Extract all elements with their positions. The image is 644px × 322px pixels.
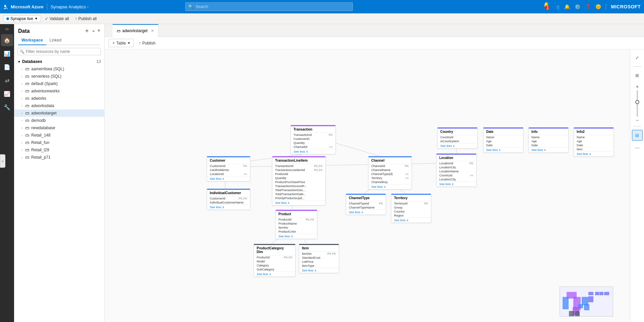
sidebar-header-actions: ＋ ⌄ « <box>84 27 100 34</box>
see-more-link[interactable]: See less ∧ <box>369 184 411 189</box>
erd-row: CountryIdFK <box>437 173 476 177</box>
tab-adworkstarget[interactable]: 🗃 adworkstarget ✕ <box>113 24 158 37</box>
erd-card-individualcustomer[interactable]: IndividualCustomer CustomerIdPK,FK Indiv… <box>207 188 250 210</box>
more-options-icon[interactable]: ⋯ <box>632 143 643 153</box>
erd-card-item[interactable]: Item ItemNoPK,FK StandardCost ListPrice … <box>299 244 339 273</box>
erd-row: IndividualCustomerName <box>207 200 250 205</box>
sidebar-item-aamerrllsea[interactable]: › 🗃 aamerrllsea (SQL) <box>14 65 104 73</box>
zoom-track[interactable] <box>637 90 638 117</box>
see-more-link[interactable]: See less ∧ <box>207 176 250 181</box>
see-more-link[interactable]: See less ∧ <box>574 151 614 156</box>
erd-row: ItemType <box>299 264 339 268</box>
see-more-link[interactable]: See less ∧ <box>272 200 325 205</box>
databases-section[interactable]: ▼ Databases 13 <box>14 58 104 65</box>
erd-row: LocationCity <box>437 177 476 181</box>
sidebar-item-serverless[interactable]: › 🗃 serverless (SQL) <box>14 73 104 80</box>
people-icon[interactable]: 👥 <box>554 4 560 9</box>
erd-card-transactionlineitem[interactable]: TransactionLineItem TransactionIdPK,FK T… <box>272 156 326 206</box>
tab-workspace[interactable]: Workspace <box>18 36 46 45</box>
see-more-link[interactable]: See less ∧ <box>291 149 335 154</box>
feedback-icon[interactable]: 😊 <box>595 4 601 9</box>
rail-integrate-icon[interactable]: ⇄ <box>1 74 13 86</box>
sidebar-item-adworksdata[interactable]: › 🗃 adworksdata <box>14 102 104 109</box>
erd-card-customer[interactable]: Customer CustomerIdPK CardHolderNo Locat… <box>207 156 250 181</box>
sidebar-item-retail148[interactable]: › 🗃 Retail_148 <box>14 132 104 139</box>
zoom-minus-icon[interactable]: － <box>635 117 640 123</box>
help-icon[interactable]: ❓ <box>585 4 591 9</box>
see-more-link[interactable]: See less ∧ <box>484 147 523 152</box>
validate-all-button[interactable]: ✓ Validate all <box>43 16 71 22</box>
search-bar[interactable]: 🔍 <box>185 2 353 11</box>
erd-card-channeltype[interactable]: ChannelType ChannelTypeIdPK ChannelTypeN… <box>346 193 386 215</box>
zoom-plus-icon[interactable]: ＋ <box>635 84 640 89</box>
erd-card-country[interactable]: Country CountryId IsCountryItem See less… <box>437 127 477 149</box>
erd-row: CustomerID <box>291 137 335 141</box>
see-more-link[interactable]: See less ∧ <box>254 271 295 276</box>
db-icon: 🗃 <box>25 96 29 101</box>
validate-all-label: Validate all <box>50 16 69 21</box>
erd-row: CustomerIdPK,FK <box>207 196 250 200</box>
sidebar-item-retaill29[interactable]: › 🗃 Retail_l29 <box>14 146 104 154</box>
sidebar-item-default[interactable]: › 🗃 default (Spark) <box>14 80 104 87</box>
erd-card-territory[interactable]: Territory TerritoryIdPK Group Country Re… <box>391 193 431 223</box>
mini-map[interactable] <box>560 287 613 317</box>
erd-card-info[interactable]: Info Name Age Date See less ∧ <box>528 127 569 153</box>
filter-input[interactable] <box>26 49 99 54</box>
see-more-link[interactable]: See less ∧ <box>529 147 568 152</box>
sidebar-item-retailfun[interactable]: › 🗃 Retail_fun <box>14 139 104 146</box>
erd-card-productcategorydim[interactable]: ProductCategoryDim ProductIdPK,FK Model … <box>254 244 296 277</box>
erd-card-date[interactable]: Date Name Age Date See less ∧ <box>483 127 523 153</box>
rail-home-icon[interactable]: 🏠 <box>1 34 13 46</box>
fit-view-icon[interactable]: ⊞ <box>632 70 643 81</box>
rail-monitor-icon[interactable]: 📈 <box>1 88 13 100</box>
sidebar-item-adworkstarget[interactable]: › 🗃 adworkstarget <box>14 109 104 117</box>
synapse-live-selector[interactable]: Synapse live ▼ <box>3 15 41 22</box>
see-more-link[interactable]: See less ∧ <box>207 205 250 210</box>
erd-card-transaction[interactable]: Transaction TransactionIdPK CustomerID Q… <box>291 125 336 154</box>
erd-card-product[interactable]: Product ProductIdPK,FK ProductName ItemN… <box>275 210 317 239</box>
see-more-link[interactable]: See less ∧ <box>391 218 431 223</box>
bell-icon[interactable]: 🔔 <box>564 4 570 9</box>
see-more-link[interactable]: See less ∧ <box>437 181 476 186</box>
tab-close-icon[interactable]: ✕ <box>151 28 154 33</box>
see-more-link[interactable]: See less ∧ <box>276 234 317 239</box>
sidebar-filter: 🔍 <box>17 48 101 55</box>
see-more-link[interactable]: See less ∧ <box>346 210 386 215</box>
gear-icon[interactable]: ⚙️ <box>575 4 580 9</box>
table-dropdown-button[interactable]: ＋ Table ▼ <box>109 39 134 47</box>
rp-separator-2 <box>633 126 641 127</box>
sidebar-tabs: Workspace Linked <box>18 36 100 45</box>
logo-divider <box>47 3 47 10</box>
sidebar-item-retailp71[interactable]: › 🗃 Retail_p71 <box>14 154 104 161</box>
erd-row: ChannelType(d)FK <box>369 172 411 176</box>
sidebar-item-adventureworks[interactable]: › 🗃 adventureworks <box>14 87 104 95</box>
see-more-link[interactable]: See less ∧ <box>299 268 339 273</box>
rail-collapse[interactable]: ≫ <box>5 27 9 31</box>
erd-row: IsCountryItem <box>438 139 477 143</box>
expand-canvas-icon[interactable]: ⤢ <box>632 52 643 63</box>
sidebar-item-newdatabase[interactable]: › 🗃 newdatabase <box>14 124 104 132</box>
erd-row: StandardCost <box>299 256 339 260</box>
erd-card-location[interactable]: Location LocationIdPK LocationCity Locat… <box>436 153 476 187</box>
grid-view-icon[interactable]: ⊟ <box>632 130 643 141</box>
sidebar-item-demodb[interactable]: › 🗃 demodb <box>14 117 104 124</box>
sidebar-item-adworks[interactable]: › 🗃 adworks <box>14 95 104 102</box>
rail-data-icon[interactable]: 📊 <box>1 48 13 60</box>
add-icon[interactable]: ＋ <box>84 27 89 34</box>
collapse-sidebar-icon[interactable]: « <box>98 27 100 34</box>
erd-canvas[interactable]: Transaction TransactionIdPK CustomerID Q… <box>105 50 630 322</box>
publish-all-button[interactable]: ↑ Publish all <box>73 16 99 22</box>
rail-develop-icon[interactable]: 📄 <box>1 61 13 73</box>
notification-icon[interactable]: 🔔 1 <box>543 2 549 12</box>
search-input[interactable] <box>195 4 350 9</box>
see-more-link[interactable]: See less ∧ <box>438 143 477 148</box>
tab-linked[interactable]: Linked <box>46 36 65 45</box>
zoom-thumb[interactable] <box>635 100 639 104</box>
notification-badge: 1 <box>545 5 550 10</box>
rail-manage-icon[interactable]: 🔧 <box>1 101 13 113</box>
erd-card-info2[interactable]: Info2 Name Age Date Item See less ∧ <box>574 127 614 157</box>
publish-button[interactable]: ↑ Publish <box>136 39 158 47</box>
erd-row: Item <box>574 147 614 151</box>
filter-icon[interactable]: ⌄ <box>91 27 95 34</box>
erd-card-channel[interactable]: Channel ChannelIdPK ChannelName ChannelT… <box>368 156 412 189</box>
